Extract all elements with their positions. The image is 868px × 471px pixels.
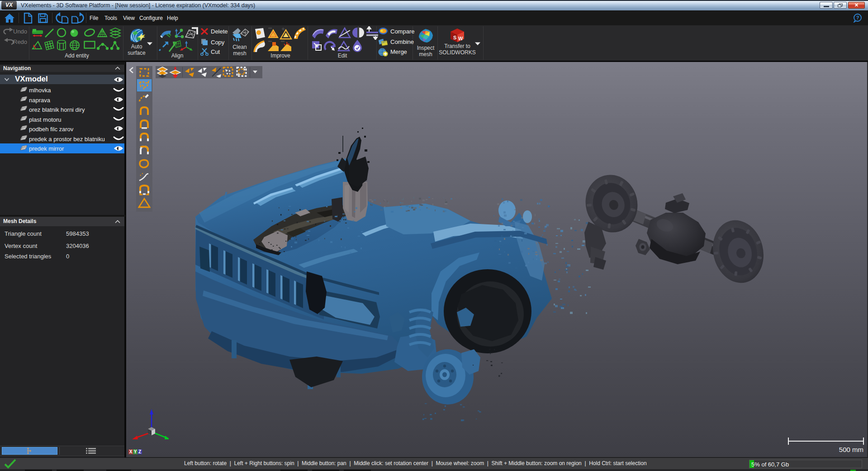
svg-text:?: ? <box>856 15 859 20</box>
svg-text:Y: Y <box>134 449 137 454</box>
svg-text:W: W <box>458 36 463 41</box>
svg-text:S: S <box>453 35 456 40</box>
svg-text:X: X <box>129 449 133 454</box>
svg-text:Z: Z <box>138 449 141 454</box>
svg-text:500 mm: 500 mm <box>839 446 863 453</box>
